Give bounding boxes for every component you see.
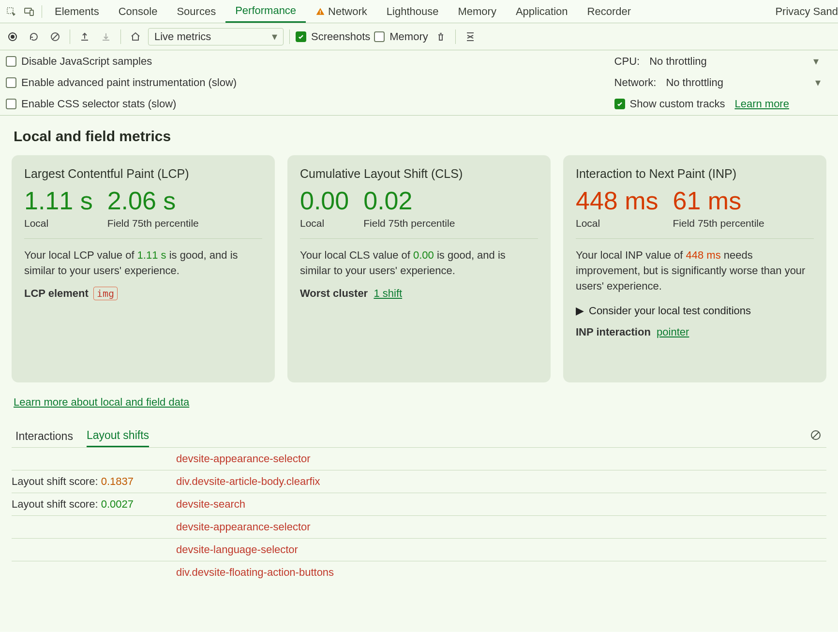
metric-cards: Largest Contentful Paint (LCP) 1.11 s Lo…: [12, 155, 826, 382]
cls-card: Cumulative Layout Shift (CLS) 0.00 Local…: [287, 155, 551, 382]
memory-checkbox[interactable]: Memory: [374, 30, 428, 43]
inp-local-label: Local: [576, 217, 658, 230]
inp-field-label: Field 75th percentile: [673, 217, 764, 230]
tab-recorder[interactable]: Recorder: [578, 0, 641, 23]
separator: [289, 29, 290, 44]
cls-description: Your local CLS value of 0.00 is good, an…: [300, 248, 538, 278]
checkbox-off-icon: [6, 77, 16, 88]
learn-more-link[interactable]: Learn more: [734, 98, 789, 110]
inp-title: Interaction to Next Paint (INP): [576, 167, 814, 181]
upload-button[interactable]: [76, 28, 93, 45]
learn-more-metrics-link[interactable]: Learn more about local and field data: [14, 396, 189, 408]
cpu-throttle-select[interactable]: CPU: No throttling▾: [614, 55, 821, 68]
svg-rect-3: [320, 10, 321, 13]
shift-element[interactable]: div.devsite-article-body.clearfix: [176, 475, 320, 488]
shift-element[interactable]: div.devsite-floating-action-buttons: [176, 566, 334, 579]
custom-tracks-label: Show custom tracks: [630, 98, 725, 110]
inspect-icon[interactable]: [0, 6, 19, 17]
cls-local-label: Local: [300, 217, 349, 230]
shift-element[interactable]: devsite-appearance-selector: [176, 453, 311, 465]
tab-network[interactable]: Network: [306, 0, 377, 23]
tab-interactions[interactable]: Interactions: [15, 426, 73, 447]
section-title: Local and field metrics: [14, 128, 826, 145]
shift-element[interactable]: devsite-search: [176, 498, 245, 511]
separator: [120, 29, 121, 44]
cls-field-label: Field 75th percentile: [363, 217, 455, 230]
layout-shift-list: devsite-appearance-selectorLayout shift …: [12, 448, 826, 584]
layout-shift-row[interactable]: Layout shift score: 0.1837div.devsite-ar…: [12, 470, 826, 493]
tab-privacy[interactable]: Privacy Sand: [765, 0, 838, 23]
lcp-field-label: Field 75th percentile: [107, 217, 199, 230]
garbage-collect-button[interactable]: [432, 28, 449, 45]
tab-performance[interactable]: Performance: [225, 0, 306, 23]
tab-sources[interactable]: Sources: [167, 0, 225, 23]
memory-label: Memory: [389, 30, 428, 43]
layout-shift-row[interactable]: div.devsite-floating-action-buttons: [12, 561, 826, 584]
separator: [70, 29, 70, 44]
checkbox-on-icon: [614, 99, 625, 109]
layout-shift-row[interactable]: devsite-appearance-selector: [12, 516, 826, 539]
layout-shift-row[interactable]: devsite-appearance-selector: [12, 448, 826, 470]
svg-rect-4: [320, 13, 321, 14]
record-button[interactable]: [4, 28, 21, 45]
lcp-local-label: Local: [24, 217, 93, 230]
screenshots-label: Screenshots: [311, 30, 370, 43]
advanced-paint-label: Enable advanced paint instrumentation (s…: [21, 76, 237, 89]
cls-cluster-link[interactable]: 1 shift: [374, 287, 402, 299]
cls-field-value: 0.02: [363, 188, 455, 214]
checkbox-off-icon: [374, 31, 385, 42]
screenshots-checkbox[interactable]: Screenshots: [296, 30, 370, 43]
cpu-label: CPU:: [614, 55, 640, 68]
disable-js-label: Disable JavaScript samples: [21, 55, 152, 68]
shift-element[interactable]: devsite-appearance-selector: [176, 521, 311, 533]
clear-button[interactable]: [46, 28, 64, 45]
svg-point-6: [11, 35, 15, 39]
devtools-tab-strip: Elements Console Sources Performance Net…: [0, 0, 838, 23]
network-throttle-select[interactable]: Network: No throttling▾: [614, 76, 821, 89]
tab-memory[interactable]: Memory: [448, 0, 506, 23]
tab-layout-shifts[interactable]: Layout shifts: [87, 425, 149, 447]
tab-elements[interactable]: Elements: [45, 0, 109, 23]
shift-element[interactable]: devsite-language-selector: [176, 543, 298, 556]
svg-line-12: [813, 432, 819, 438]
cpu-value: No throttling: [649, 55, 707, 68]
reload-record-button[interactable]: [25, 28, 43, 45]
performance-toolbar: Live metrics ▾ Screenshots Memory: [0, 23, 838, 50]
chevron-down-icon: ▾: [272, 30, 277, 43]
inp-interaction-link[interactable]: pointer: [657, 326, 689, 338]
home-button[interactable]: [127, 28, 144, 45]
css-stats-label: Enable CSS selector stats (slow): [21, 98, 176, 110]
tab-console[interactable]: Console: [109, 0, 167, 23]
download-button[interactable]: [97, 28, 115, 45]
checkbox-on-icon: [296, 31, 306, 42]
cls-local-value: 0.00: [300, 188, 349, 214]
svg-rect-2: [30, 10, 33, 15]
collapse-button[interactable]: [462, 28, 479, 45]
layout-shift-row[interactable]: Layout shift score: 0.0027devsite-search: [12, 493, 826, 516]
custom-tracks-checkbox[interactable]: Show custom tracks: [614, 98, 725, 110]
device-toggle-icon[interactable]: [19, 6, 39, 17]
score-label: Layout shift score: 0.0027: [12, 498, 157, 511]
lcp-card: Largest Contentful Paint (LCP) 1.11 s Lo…: [12, 155, 275, 382]
lcp-field-value: 2.06 s: [107, 188, 199, 214]
disable-js-samples-checkbox[interactable]: Disable JavaScript samples: [6, 55, 237, 68]
lcp-description: Your local LCP value of 1.11 s is good, …: [24, 248, 262, 278]
cls-worst-cluster: Worst cluster 1 shift: [300, 287, 538, 300]
tab-application[interactable]: Application: [506, 0, 578, 23]
lcp-element-pill[interactable]: img: [93, 287, 118, 300]
network-label: Network:: [614, 76, 657, 89]
separator: [42, 5, 42, 18]
advanced-paint-checkbox[interactable]: Enable advanced paint instrumentation (s…: [6, 76, 237, 89]
inp-expand-row[interactable]: ▶ Consider your local test conditions: [576, 305, 814, 317]
main-panel: Local and field metrics Largest Contentf…: [0, 116, 838, 632]
css-stats-checkbox[interactable]: Enable CSS selector stats (slow): [6, 98, 237, 110]
lower-panel: Interactions Layout shifts devsite-appea…: [12, 425, 826, 584]
clear-log-button[interactable]: [805, 426, 826, 446]
layout-shift-row[interactable]: devsite-language-selector: [12, 539, 826, 561]
inp-local-value: 448 ms: [576, 188, 658, 214]
metrics-select[interactable]: Live metrics ▾: [148, 28, 284, 45]
lcp-element-line: LCP element img: [24, 287, 262, 300]
inp-expand-label: Consider your local test conditions: [589, 305, 751, 317]
lower-tabs: Interactions Layout shifts: [12, 425, 826, 448]
tab-lighthouse[interactable]: Lighthouse: [377, 0, 449, 23]
